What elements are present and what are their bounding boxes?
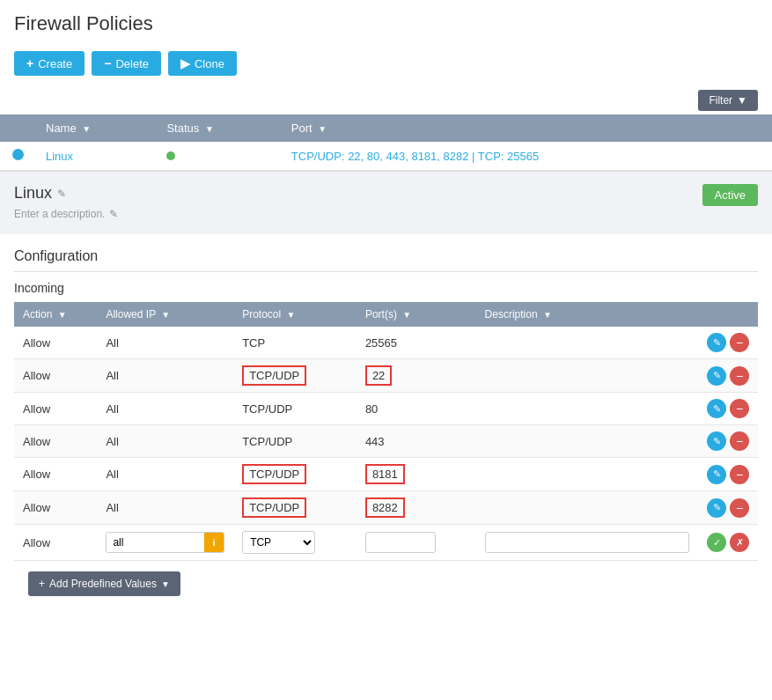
cell-action: Allow — [14, 359, 97, 393]
highlighted-protocol: TCP/UDP — [242, 464, 306, 484]
incoming-row: Allow All TCP/UDP 8181 ✎ − — [14, 458, 758, 491]
page-title: Firewall Policies — [0, 0, 772, 44]
cell-protocol: TCP/UDP — [233, 458, 357, 491]
ip-sort-icon[interactable]: ▼ — [161, 310, 170, 320]
cell-row-actions: ✎ − — [698, 393, 758, 425]
detail-description: Enter a description. ✎ — [14, 208, 118, 220]
edit-row-icon[interactable]: ✎ — [707, 465, 726, 484]
edit-row-icon[interactable]: ✎ — [707, 333, 726, 352]
highlighted-port: 8282 — [365, 497, 405, 518]
remove-row-icon[interactable]: − — [730, 333, 749, 352]
detail-header: Linux ✎ Enter a description. ✎ Active — [14, 184, 758, 220]
cell-row-actions: ✎ − — [698, 425, 758, 458]
filter-button[interactable]: Filter ▼ — [698, 90, 758, 111]
cell-port: 8181 — [357, 458, 476, 491]
cell-description — [476, 327, 698, 359]
cell-description — [476, 491, 698, 525]
cell-allowed-ip: All — [97, 458, 233, 491]
delete-button[interactable]: − Delete — [92, 51, 161, 76]
incoming-row: Allow All TCP/UDP 22 ✎ − — [14, 359, 758, 393]
highlighted-port: 22 — [365, 365, 392, 386]
policies-table: Name ▼ Status ▼ Port ▼ Linux TCP/UDP: 22… — [0, 114, 772, 171]
cell-row-actions: ✎ − — [698, 491, 758, 525]
row-status — [156, 142, 280, 171]
plus-icon: + — [26, 56, 33, 70]
incoming-row: Allow All TCP/UDP 80 ✎ − — [14, 393, 758, 425]
detail-section: Linux ✎ Enter a description. ✎ Active — [0, 171, 772, 234]
new-incoming-row: Allow i TCP UDP TCP/UDP ✓ ✗ — [14, 525, 758, 561]
edit-row-icon[interactable]: ✎ — [707, 399, 726, 418]
active-button[interactable]: Active — [702, 184, 758, 206]
remove-row-icon[interactable]: − — [730, 498, 749, 518]
th-actions — [698, 302, 758, 327]
chevron-down-icon: ▼ — [161, 579, 170, 589]
new-protocol-select[interactable]: TCP UDP TCP/UDP — [242, 531, 315, 554]
filter-icon: ▼ — [737, 94, 747, 107]
edit-name-icon[interactable]: ✎ — [57, 188, 66, 200]
status-sort-icon[interactable]: ▼ — [205, 124, 214, 134]
cell-action: Allow — [14, 327, 97, 359]
new-row-actions: ✓ ✗ — [698, 525, 758, 561]
name-sort-icon[interactable]: ▼ — [82, 124, 91, 134]
table-row[interactable]: Linux TCP/UDP: 22, 80, 443, 8181, 8282 |… — [0, 142, 772, 171]
col-select — [0, 114, 35, 142]
edit-row-icon[interactable]: ✎ — [707, 366, 726, 386]
cell-description — [476, 458, 698, 491]
confirm-row-icon[interactable]: ✓ — [707, 533, 726, 552]
col-status: Status ▼ — [156, 114, 280, 142]
cell-protocol: TCP — [233, 327, 357, 359]
remove-row-icon[interactable]: − — [730, 399, 749, 418]
info-icon: i — [204, 533, 224, 552]
row-radio[interactable] — [0, 142, 35, 171]
cell-protocol: TCP/UDP — [233, 393, 357, 425]
config-section: Configuration Incoming Action ▼ Allowed … — [0, 234, 772, 624]
cell-row-actions: ✎ − — [698, 458, 758, 491]
edit-desc-icon[interactable]: ✎ — [109, 208, 118, 220]
clone-button[interactable]: ▶ Clone — [168, 51, 237, 76]
cell-description — [476, 359, 698, 393]
toolbar: + Create − Delete ▶ Clone — [0, 44, 772, 86]
plus-icon-predefined: + — [39, 578, 45, 590]
cell-port: 22 — [357, 359, 476, 393]
col-port: Port ▼ — [281, 114, 772, 142]
th-action: Action ▼ — [14, 302, 97, 327]
protocol-sort-icon[interactable]: ▼ — [286, 310, 295, 320]
minus-icon: − — [104, 56, 111, 70]
new-desc-input[interactable] — [485, 532, 689, 553]
selected-radio — [12, 149, 24, 160]
new-port-input[interactable] — [365, 532, 436, 553]
port-s-sort-icon[interactable]: ▼ — [402, 310, 411, 320]
detail-name: Linux ✎ — [14, 184, 118, 203]
cell-protocol: TCP/UDP — [233, 491, 357, 525]
th-allowed-ip: Allowed IP ▼ — [97, 302, 233, 327]
edit-row-icon[interactable]: ✎ — [707, 498, 726, 518]
cell-row-actions: ✎ − — [698, 327, 758, 359]
remove-row-icon[interactable]: − — [730, 431, 749, 451]
new-port-cell — [357, 525, 476, 561]
remove-row-icon[interactable]: − — [730, 465, 749, 484]
cell-action: Allow — [14, 458, 97, 491]
remove-row-icon[interactable]: − — [730, 366, 749, 386]
create-button[interactable]: + Create — [14, 51, 85, 76]
new-action-cell: Allow — [14, 525, 97, 561]
cancel-row-icon[interactable]: ✗ — [730, 533, 749, 552]
desc-sort-icon[interactable]: ▼ — [543, 310, 552, 320]
filter-bar: Filter ▼ — [0, 86, 772, 114]
cell-description — [476, 393, 698, 425]
th-description: Description ▼ — [476, 302, 698, 327]
port-sort-icon[interactable]: ▼ — [318, 124, 327, 134]
cell-allowed-ip: All — [97, 359, 233, 393]
incoming-table: Action ▼ Allowed IP ▼ Protocol ▼ Port(s)… — [14, 302, 758, 561]
new-desc-cell — [476, 525, 698, 561]
th-protocol: Protocol ▼ — [233, 302, 357, 327]
row-name: Linux — [35, 142, 156, 171]
policy-link[interactable]: Linux — [46, 150, 73, 163]
clone-icon: ▶ — [180, 56, 190, 70]
action-sort-icon[interactable]: ▼ — [58, 310, 67, 320]
add-predefined-wrap: + Add Predefined Values ▼ — [14, 561, 758, 610]
new-ip-input[interactable] — [107, 533, 204, 552]
new-protocol-cell: TCP UDP TCP/UDP — [233, 525, 357, 561]
edit-row-icon[interactable]: ✎ — [707, 431, 726, 451]
th-port: Port(s) ▼ — [357, 302, 476, 327]
add-predefined-button[interactable]: + Add Predefined Values ▼ — [28, 571, 180, 596]
